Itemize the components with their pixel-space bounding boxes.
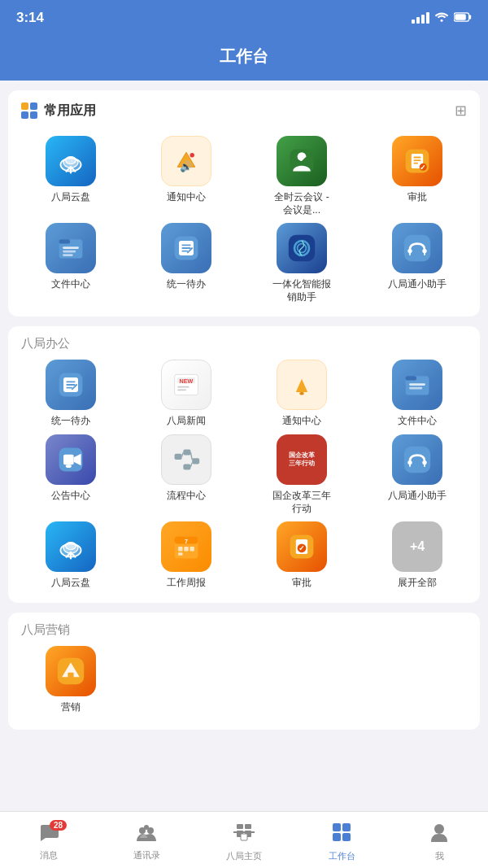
svg-rect-80 [178,547,182,551]
app-label-announce: 公告中心 [51,490,90,503]
filter-icon[interactable]: ⊞ [455,102,467,120]
svg-rect-89 [68,673,73,678]
office-app-grid: 统一待办 NEW 八局新闻 [8,351,480,602]
svg-rect-82 [190,547,194,551]
app-item-approve2[interactable]: ✓ 审批 [247,521,356,590]
tab-bar: 28 消息 通讯录 八局主页 [0,811,488,868]
app-icon-todo [161,223,211,273]
app-label-assistant: 八局通小助手 [388,278,447,291]
svg-rect-61 [192,458,199,464]
tab-messages[interactable]: 28 消息 [0,818,98,861]
svg-rect-98 [241,834,247,840]
svg-rect-54 [409,384,425,386]
common-apps-title: 常用应用 [44,103,96,120]
grid-icon [21,103,37,119]
svg-rect-70 [424,463,425,467]
app-label-process: 流程中心 [167,490,206,503]
app-item-reform[interactable]: 国企改革三年行动 国企改革三年行动 [247,434,356,515]
status-time: 3:14 [16,10,44,26]
app-item-todo[interactable]: 统一待办 [132,223,241,303]
app-icon-marketing1 [46,646,96,696]
app-item-cloud-disk[interactable]: 八局云盘 [16,136,125,216]
page-header: 工作台 [0,36,488,81]
app-item-file[interactable]: 文件中心 [16,223,125,303]
app-icon-todo2 [46,360,96,410]
app-item-expand[interactable]: +4 展开全部 [363,521,472,590]
app-item-process[interactable]: 流程中心 [132,434,241,515]
svg-point-0 [441,20,443,22]
app-label-news: 八局新闻 [167,415,206,428]
marketing-app-grid: 营销 [8,638,480,731]
tab-contacts-label: 通讯录 [133,849,160,861]
svg-point-73 [66,543,76,550]
app-item-news[interactable]: NEW 八局新闻 [132,360,241,428]
app-label-notify: 通知中心 [167,191,206,204]
svg-rect-35 [404,235,430,261]
svg-rect-51 [299,392,303,395]
expand-badge: +4 [410,539,425,554]
app-item-marketing1[interactable]: 营销 [16,646,125,714]
tab-me-label: 我 [435,850,444,862]
svg-line-64 [190,452,192,460]
app-icon-notify2 [277,360,327,410]
svg-rect-3 [455,14,466,20]
svg-rect-66 [404,447,430,473]
app-item-file2[interactable]: 文件中心 [363,360,472,428]
tab-home[interactable]: 八局主页 [195,818,293,862]
app-label-ai: 一体化智能报销助手 [272,278,331,303]
app-item-notify[interactable]: 🔊 通知中心 [132,136,241,216]
status-icons [412,11,472,25]
app-label-file: 文件中心 [51,278,90,291]
tab-me[interactable]: 我 [390,818,488,862]
user-icon [430,822,448,847]
svg-text:✓: ✓ [420,164,426,172]
app-item-assistant2[interactable]: 八局通小助手 [363,434,472,515]
app-item-ai[interactable]: 一体化智能报销助手 [247,223,356,303]
svg-rect-23 [59,239,71,243]
status-bar: 3:14 [0,0,488,36]
app-icon-notify: 🔊 [161,136,211,186]
svg-rect-60 [183,449,190,455]
svg-rect-18 [414,159,421,161]
svg-point-6 [66,157,76,164]
office-section: 八局办公 统一待办 [8,326,480,602]
svg-rect-69 [409,463,411,467]
svg-text:NEW: NEW [180,378,194,386]
app-label-file2: 文件中心 [398,415,437,428]
app-item-todo2[interactable]: 统一待办 [16,360,125,428]
svg-rect-2 [469,15,472,19]
svg-rect-53 [406,377,416,381]
app-icon-approve2: ✓ [277,521,327,572]
app-item-weekly[interactable]: 7 工作周报 [132,521,241,590]
svg-rect-102 [342,833,351,841]
svg-rect-83 [178,552,182,556]
tab-workspace[interactable]: 工作台 [293,818,390,862]
svg-point-11 [190,153,194,157]
home-icon [233,822,255,847]
app-item-meeting[interactable]: 全时云会议 - 会议是... [247,136,356,216]
app-icon-assistant2 [392,434,442,485]
app-label-reform: 国企改革三年行动 [272,490,331,515]
app-item-approve[interactable]: ✓ 审批 [363,136,472,216]
svg-line-65 [190,463,192,467]
marketing-section: 八局营销 营销 [8,613,480,731]
app-label-todo: 统一待办 [167,278,206,291]
tab-contacts[interactable]: 通讯录 [98,818,195,861]
app-item-cloud-disk2[interactable]: 八局云盘 [16,521,125,590]
marketing-section-label: 八局营销 [8,613,480,638]
contacts-icon [136,823,157,846]
app-label-assistant2: 八局通小助手 [388,490,447,503]
app-item-notify2[interactable]: 通知中心 [247,360,356,428]
svg-rect-96 [245,824,251,829]
app-item-announce[interactable]: 公告中心 [16,434,125,515]
app-item-assistant[interactable]: 八局通小助手 [363,223,472,303]
common-apps-header: 常用应用 ⊞ [8,90,480,128]
svg-rect-39 [424,251,425,255]
svg-rect-100 [342,823,351,831]
app-icon-expand: +4 [392,521,442,572]
common-apps-section: 常用应用 ⊞ 八局云盘 [8,90,480,316]
svg-point-92 [144,825,149,830]
chat-icon: 28 [39,823,59,846]
svg-rect-26 [63,254,73,256]
message-badge: 28 [50,820,67,831]
